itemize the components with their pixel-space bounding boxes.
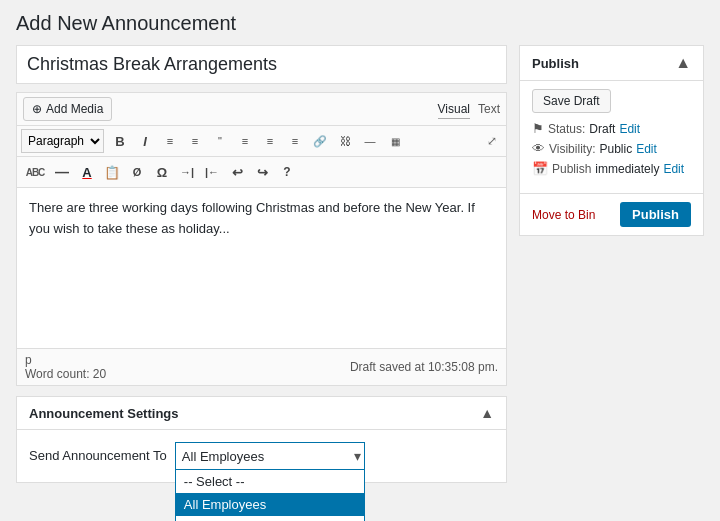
publish-time-edit-link[interactable]: Edit	[663, 162, 684, 176]
announcement-settings-box: Announcement Settings ▲ Send Announcemen…	[16, 396, 507, 483]
announcement-dropdown: -- Select -- All Employees Selected Empl…	[175, 470, 365, 521]
visual-text-tabs: Visual Text	[438, 100, 500, 119]
align-right-button[interactable]: ≡	[283, 129, 307, 153]
tab-text[interactable]: Text	[478, 100, 500, 119]
editor-footer: p Word count: 20 Draft saved at 10:35:08…	[17, 348, 506, 385]
add-media-label: Add Media	[46, 102, 103, 116]
visibility-value: Public	[599, 142, 632, 156]
align-center-button[interactable]: ≡	[258, 129, 282, 153]
editor-tag: p	[25, 353, 32, 367]
publish-body: Save Draft ⚑ Status: Draft Edit 👁 Visibi…	[520, 81, 703, 189]
remove-format-button[interactable]: Ø	[125, 160, 149, 184]
page-title: Add New Announcement	[16, 12, 704, 35]
add-media-button[interactable]: ⊕ Add Media	[23, 97, 112, 121]
editor-toolbar-top: ⊕ Add Media Visual Text	[17, 93, 506, 126]
omega-button[interactable]: Ω	[150, 160, 174, 184]
color-button[interactable]: A	[75, 160, 99, 184]
status-value: Draft	[589, 122, 615, 136]
editor-content[interactable]: There are three working days following C…	[17, 188, 506, 348]
unlink-button[interactable]: ⛓	[333, 129, 357, 153]
word-count-label: Word count:	[25, 367, 89, 381]
publish-time-row: 📅 Publish immediately Edit	[532, 161, 691, 176]
select-current-value: All Employees	[182, 449, 264, 464]
dropdown-item-all-employees[interactable]: All Employees	[176, 493, 364, 516]
expand-button[interactable]: ⤢	[482, 131, 502, 151]
visibility-edit-link[interactable]: Edit	[636, 142, 657, 156]
visibility-label: Visibility:	[549, 142, 595, 156]
italic-button[interactable]: I	[133, 129, 157, 153]
publish-box-title: Publish	[532, 56, 579, 71]
blockquote-button[interactable]: "	[208, 129, 232, 153]
settings-body: Send Announcement To All Employees ▾	[17, 430, 506, 482]
status-label: Status:	[548, 122, 585, 136]
send-announcement-label: Send Announcement To	[29, 442, 167, 463]
publish-header: Publish ▲	[520, 46, 703, 81]
align-left-button[interactable]: ≡	[233, 129, 257, 153]
status-flag-icon: ⚑	[532, 121, 544, 136]
paste-text-button[interactable]: 📋	[100, 160, 124, 184]
editor-column: ⊕ Add Media Visual Text Paragraph Headin…	[16, 45, 507, 483]
tab-visual[interactable]: Visual	[438, 100, 470, 119]
draft-saved-text: Draft saved at 10:35:08 pm.	[350, 360, 498, 374]
sidebar-column: Publish ▲ Save Draft ⚑ Status: Draft Edi…	[519, 45, 704, 236]
abc-button[interactable]: ABC	[21, 160, 49, 184]
bold-button[interactable]: B	[108, 129, 132, 153]
select-wrapper: All Employees ▾ -- Select -- All Employe…	[175, 442, 365, 470]
publish-collapse-icon[interactable]: ▲	[675, 54, 691, 72]
editor-footer-right: Draft saved at 10:35:08 pm.	[350, 360, 498, 374]
visibility-eye-icon: 👁	[532, 141, 545, 156]
toolbar-row-1: Paragraph Heading 1 Heading 2 Heading 3 …	[17, 126, 506, 157]
undo-button[interactable]: ↩	[225, 160, 249, 184]
add-media-icon: ⊕	[32, 102, 42, 116]
save-draft-button[interactable]: Save Draft	[532, 89, 611, 113]
word-count-value: 20	[93, 367, 106, 381]
settings-collapse-icon[interactable]: ▲	[480, 405, 494, 421]
publish-box: Publish ▲ Save Draft ⚑ Status: Draft Edi…	[519, 45, 704, 236]
dash-button[interactable]: —	[50, 160, 74, 184]
editor-box: ⊕ Add Media Visual Text Paragraph Headin…	[16, 92, 507, 386]
outdent-button[interactable]: |←	[200, 160, 224, 184]
link-button[interactable]: 🔗	[308, 129, 332, 153]
table-button[interactable]: ▦	[383, 129, 407, 153]
redo-button[interactable]: ↪	[250, 160, 274, 184]
editor-text: There are three working days following C…	[29, 198, 494, 240]
settings-row: Send Announcement To All Employees ▾	[29, 442, 494, 470]
page-wrapper: Add New Announcement ⊕ Add Media Visual …	[0, 0, 720, 521]
editor-footer-left: p Word count: 20	[25, 353, 106, 381]
ordered-list-button[interactable]: ≡	[183, 129, 207, 153]
publish-status-row: ⚑ Status: Draft Edit	[532, 121, 691, 136]
settings-header: Announcement Settings ▲	[17, 397, 506, 430]
indent-button[interactable]: →|	[175, 160, 199, 184]
publish-visibility-row: 👁 Visibility: Public Edit	[532, 141, 691, 156]
status-edit-link[interactable]: Edit	[619, 122, 640, 136]
format-select[interactable]: Paragraph Heading 1 Heading 2 Heading 3	[21, 129, 104, 153]
main-layout: ⊕ Add Media Visual Text Paragraph Headin…	[16, 45, 704, 483]
publish-button[interactable]: Publish	[620, 202, 691, 227]
settings-title: Announcement Settings	[29, 406, 179, 421]
toolbar-row-2: ABC — A 📋 Ø Ω →| |← ↩ ↪ ?	[17, 157, 506, 188]
unordered-list-button[interactable]: ≡	[158, 129, 182, 153]
announcement-select-display[interactable]: All Employees	[175, 442, 365, 470]
dropdown-item-select[interactable]: -- Select --	[176, 470, 364, 493]
publish-time-value: immediately	[595, 162, 659, 176]
move-to-bin-link[interactable]: Move to Bin	[532, 208, 595, 222]
more-button[interactable]: —	[358, 129, 382, 153]
calendar-icon: 📅	[532, 161, 548, 176]
post-title-input[interactable]	[16, 45, 507, 84]
help-button[interactable]: ?	[275, 160, 299, 184]
dropdown-item-selected-employee[interactable]: Selected Employee	[176, 516, 364, 521]
publish-footer: Move to Bin Publish	[520, 193, 703, 235]
publish-time-label: Publish	[552, 162, 591, 176]
